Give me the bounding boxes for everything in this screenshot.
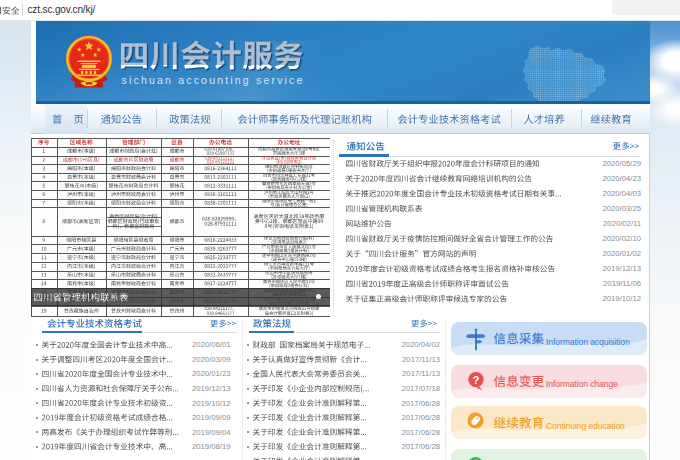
svg-text:?: ? xyxy=(473,374,480,386)
